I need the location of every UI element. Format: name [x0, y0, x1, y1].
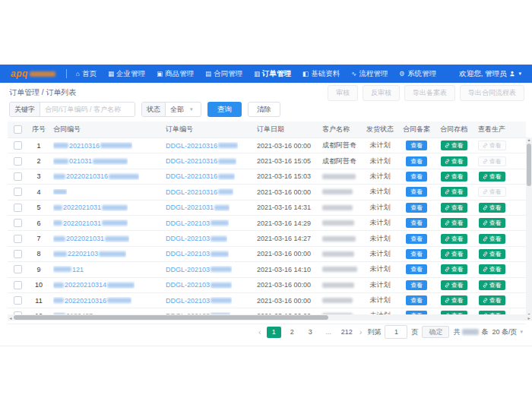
order-link[interactable]: DDGL-2021031: [166, 204, 230, 211]
row-checkbox[interactable]: [14, 188, 22, 196]
view-production-button[interactable]: 查看: [479, 295, 505, 305]
view-production-button[interactable]: 查看: [479, 264, 505, 274]
export-contract-flow-button[interactable]: 导出合同流程表: [460, 85, 524, 101]
contract-link[interactable]: 20220210316: [53, 297, 131, 305]
view-production-button[interactable]: 查看: [479, 172, 505, 182]
jump-page-input[interactable]: [385, 325, 407, 339]
user-menu[interactable]: 欢迎您, 管理员 ▾: [459, 69, 521, 79]
status-select[interactable]: 全部 ▾: [166, 103, 201, 116]
view-record-button[interactable]: 查看: [406, 264, 427, 274]
app-logo[interactable]: apq: [11, 68, 55, 79]
view-archive-button[interactable]: 查看: [441, 249, 467, 259]
view-archive-button[interactable]: 查看: [441, 172, 467, 182]
contract-link[interactable]: 2022021031: [53, 220, 128, 227]
view-archive-button[interactable]: 查看: [441, 280, 467, 290]
prev-page-button[interactable]: ‹: [257, 327, 263, 337]
horizontal-scrollbar[interactable]: ◂ ▸: [8, 314, 532, 321]
contract-link[interactable]: 2022021031: [53, 204, 128, 211]
vertical-scroll-thumb[interactable]: [527, 144, 531, 186]
vertical-scrollbar[interactable]: ▴ ▾: [526, 137, 532, 317]
contract-link[interactable]: [53, 189, 67, 194]
order-link[interactable]: DDGL-202103: [166, 220, 229, 227]
scroll-left-icon[interactable]: ◂: [8, 315, 14, 321]
nav-item-system[interactable]: ⚙系统管理: [399, 69, 436, 79]
page-button[interactable]: 212: [340, 327, 354, 338]
view-production-button[interactable]: 查看: [479, 280, 505, 290]
nav-item-basic-data[interactable]: ◧基础资料: [302, 69, 340, 79]
nav-item-enterprise[interactable]: ▦企业管理: [108, 69, 145, 79]
order-link[interactable]: DDGL-202103: [166, 297, 232, 305]
view-production-button[interactable]: 查看: [479, 234, 505, 244]
reverse-audit-button[interactable]: 反审核: [363, 85, 400, 101]
contract-link[interactable]: 20220210314: [53, 281, 135, 289]
keyword-input[interactable]: [40, 103, 135, 116]
view-archive-button[interactable]: 查看: [441, 295, 467, 305]
contract-link[interactable]: 021031: [53, 157, 128, 165]
view-record-button[interactable]: 查看: [406, 234, 427, 244]
view-production-button[interactable]: 查看: [479, 218, 505, 228]
row-checkbox[interactable]: [14, 265, 22, 273]
row-checkbox[interactable]: [14, 172, 22, 181]
contract-link[interactable]: 2022021031: [53, 235, 129, 242]
view-archive-button[interactable]: 查看: [441, 187, 467, 197]
clear-button[interactable]: 清除: [248, 102, 280, 117]
view-record-button[interactable]: 查看: [406, 156, 427, 166]
page-button[interactable]: 3: [303, 327, 318, 338]
export-record-button[interactable]: 导出备案表: [404, 85, 455, 101]
row-checkbox[interactable]: [14, 281, 22, 289]
row-checkbox[interactable]: [14, 296, 22, 305]
order-link[interactable]: DDGL-20210316: [166, 142, 238, 150]
view-record-button[interactable]: 查看: [406, 249, 427, 259]
page-button[interactable]: 1: [267, 327, 281, 338]
nav-item-order[interactable]: ▥订单管理: [254, 69, 291, 79]
nav-item-home[interactable]: ⌂首页: [76, 69, 97, 79]
order-link[interactable]: DDGL-20210316: [166, 188, 233, 196]
confirm-jump-button[interactable]: 确定: [422, 326, 449, 338]
view-production-button[interactable]: 查看: [479, 203, 505, 213]
contract-link[interactable]: 20220210316: [53, 172, 139, 180]
view-production-button[interactable]: 查看: [479, 249, 505, 259]
nav-item-process[interactable]: ∿流程管理: [351, 69, 388, 79]
row-checkbox[interactable]: [14, 141, 22, 150]
audit-button[interactable]: 审核: [328, 85, 358, 101]
view-record-button[interactable]: 查看: [406, 141, 427, 150]
view-archive-button[interactable]: 查看: [441, 203, 467, 213]
next-page-button[interactable]: ›: [358, 327, 364, 337]
select-all-checkbox[interactable]: [14, 125, 22, 134]
contract-link[interactable]: 22202103: [53, 250, 126, 257]
row-checkbox[interactable]: [14, 219, 22, 227]
row-checkbox[interactable]: [14, 235, 22, 243]
row-checkbox[interactable]: [14, 204, 22, 212]
scroll-up-icon[interactable]: ▴: [527, 137, 530, 143]
order-cell: DDGL-20210316: [163, 169, 254, 184]
view-archive-button[interactable]: 查看: [441, 218, 467, 228]
order-link[interactable]: DDGL-202103: [166, 281, 232, 289]
nav-item-contract[interactable]: ▤合同管理: [205, 69, 242, 79]
view-record-button[interactable]: 查看: [406, 187, 427, 197]
page-size-select[interactable]: 20 条/页▾: [492, 327, 523, 337]
view-archive-button[interactable]: 查看: [441, 234, 467, 244]
contract-link[interactable]: 121: [53, 266, 84, 273]
contract-link[interactable]: 20210316: [53, 142, 132, 150]
search-button[interactable]: 查询: [207, 102, 242, 117]
view-record-button[interactable]: 查看: [406, 203, 427, 213]
view-archive-button[interactable]: 查看: [441, 141, 467, 150]
view-archive-button[interactable]: 查看: [441, 156, 467, 166]
order-link[interactable]: DDGL-20210316: [166, 172, 235, 180]
order-link[interactable]: DDGL-202103: [166, 235, 227, 242]
page-button[interactable]: 2: [285, 327, 299, 338]
row-checkbox[interactable]: [14, 157, 22, 166]
order-link[interactable]: DDGL-202103: [166, 266, 232, 273]
row-index: 9: [27, 262, 50, 276]
view-archive-button[interactable]: 查看: [441, 264, 467, 274]
order-link[interactable]: DDGL-20210316: [166, 157, 236, 165]
nav-item-product[interactable]: ▣商品管理: [157, 69, 194, 79]
scroll-right-icon[interactable]: ▸: [526, 315, 532, 321]
view-record-button[interactable]: 查看: [406, 280, 427, 290]
view-record-button[interactable]: 查看: [406, 295, 427, 305]
view-record-button[interactable]: 查看: [406, 172, 427, 182]
horizontal-scroll-thumb[interactable]: [14, 315, 328, 320]
order-link[interactable]: DDGL-202103: [166, 250, 229, 257]
row-checkbox[interactable]: [14, 250, 22, 258]
view-record-button[interactable]: 查看: [406, 218, 427, 228]
